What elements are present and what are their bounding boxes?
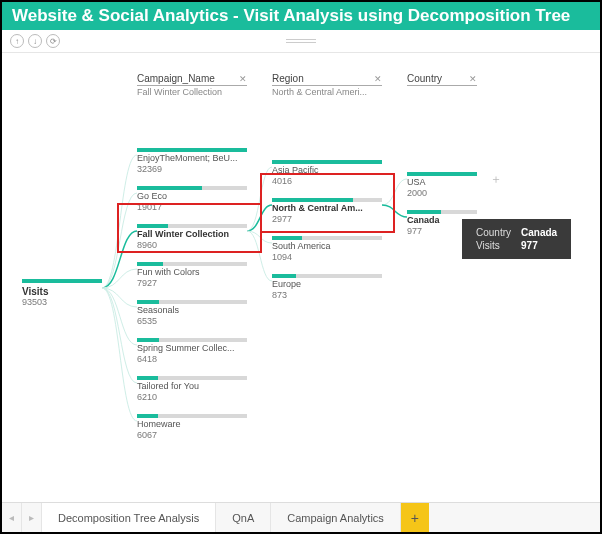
node-value: 6067 — [137, 430, 247, 440]
bar-fill — [272, 198, 353, 202]
bar-track — [137, 414, 247, 418]
tooltip-val: Canada — [517, 227, 561, 238]
node-label: South America — [272, 242, 382, 252]
drag-handle[interactable] — [286, 39, 316, 43]
node-value: 8960 — [137, 240, 247, 250]
node-value: 6210 — [137, 392, 247, 402]
bar-fill — [137, 148, 247, 152]
bar-fill — [407, 172, 477, 176]
tree-node[interactable]: Seasonals6535 — [137, 300, 247, 326]
tab-decomposition[interactable]: Decomposition Tree Analysis — [42, 503, 216, 532]
tree-node[interactable]: USA2000 — [407, 172, 477, 198]
bar-fill — [137, 414, 158, 418]
tab-prev-button[interactable]: ◂ — [2, 503, 22, 532]
bar-track — [272, 198, 382, 202]
node-value: 19017 — [137, 202, 247, 212]
node-value: 6535 — [137, 316, 247, 326]
tooltip-key: Country — [472, 227, 515, 238]
tree-node[interactable]: South America1094 — [272, 236, 382, 262]
tab-next-button[interactable]: ▸ — [22, 503, 42, 532]
node-value: 873 — [272, 290, 382, 300]
close-icon[interactable]: ✕ — [374, 74, 382, 84]
bar-track — [137, 262, 247, 266]
toolbar: ↑ ↓ ⟳ — [2, 30, 600, 53]
column-header-region[interactable]: Region✕ North & Central Ameri... — [272, 73, 382, 97]
root-label: Visits — [22, 286, 102, 297]
close-icon[interactable]: ✕ — [469, 74, 477, 84]
node-value: 7927 — [137, 278, 247, 288]
tab-campaign-analytics[interactable]: Campaign Analytics — [271, 503, 401, 532]
tooltip-val: 977 — [517, 240, 561, 251]
node-label: Europe — [272, 280, 382, 290]
node-label: EnjoyTheMoment; BeU... — [137, 154, 247, 164]
bar-track — [137, 300, 247, 304]
node-value: 32369 — [137, 164, 247, 174]
bar-fill — [137, 376, 158, 380]
bar-fill — [272, 160, 382, 164]
node-label: Fun with Colors — [137, 268, 247, 278]
tree-node[interactable]: North & Central Am...2977 — [272, 198, 382, 224]
bar-track — [137, 224, 247, 228]
node-label: Homeware — [137, 420, 247, 430]
node-label: USA — [407, 178, 477, 188]
node-value: 4016 — [272, 176, 382, 186]
down-arrow-icon[interactable]: ↓ — [28, 34, 42, 48]
node-label: Spring Summer Collec... — [137, 344, 247, 354]
node-label: Go Eco — [137, 192, 247, 202]
page-title: Website & Social Analytics - Visit Analy… — [2, 2, 600, 30]
bar-track — [407, 210, 477, 214]
bar-track — [137, 148, 247, 152]
node-label: Seasonals — [137, 306, 247, 316]
tree-node[interactable]: Homeware6067 — [137, 414, 247, 440]
tree-node[interactable]: Fun with Colors7927 — [137, 262, 247, 288]
bar-track — [137, 186, 247, 190]
column-label: Region — [272, 73, 304, 84]
bar-fill — [137, 300, 159, 304]
decomposition-canvas: Campaign_Name✕ Fall Winter Collection Re… — [2, 53, 600, 483]
connector-lines — [2, 53, 600, 483]
node-label: Tailored for You — [137, 382, 247, 392]
tree-node[interactable]: Fall Winter Collection8960 — [137, 224, 247, 250]
column-header-country[interactable]: Country✕ — [407, 73, 477, 86]
root-node[interactable]: Visits 93503 — [22, 279, 102, 307]
refresh-icon[interactable]: ⟳ — [46, 34, 60, 48]
bar-track — [272, 160, 382, 164]
node-label: Fall Winter Collection — [137, 230, 247, 240]
tree-node[interactable]: Europe873 — [272, 274, 382, 300]
tree-node[interactable]: Asia Pacific4016 — [272, 160, 382, 186]
tree-node[interactable]: Go Eco19017 — [137, 186, 247, 212]
bar-fill — [137, 262, 163, 266]
node-value: 6418 — [137, 354, 247, 364]
tree-node[interactable]: Tailored for You6210 — [137, 376, 247, 402]
bar-track — [272, 236, 382, 240]
node-label: North & Central Am... — [272, 204, 382, 214]
tab-add-button[interactable]: + — [401, 503, 429, 532]
bar-track — [272, 274, 382, 278]
node-value: 2977 — [272, 214, 382, 224]
tree-node[interactable]: EnjoyTheMoment; BeU...32369 — [137, 148, 247, 174]
bar-fill — [407, 210, 441, 214]
tab-qna[interactable]: QnA — [216, 503, 271, 532]
bar-fill — [137, 224, 168, 228]
root-value: 93503 — [22, 297, 102, 307]
close-icon[interactable]: ✕ — [239, 74, 247, 84]
up-arrow-icon[interactable]: ↑ — [10, 34, 24, 48]
plus-icon[interactable]: ＋ — [490, 171, 502, 188]
bar-fill — [272, 274, 296, 278]
column-sub: North & Central Ameri... — [272, 87, 382, 97]
bar-track — [407, 172, 477, 176]
tooltip-key: Visits — [472, 240, 515, 251]
tree-node[interactable]: Spring Summer Collec...6418 — [137, 338, 247, 364]
column-header-campaign[interactable]: Campaign_Name✕ Fall Winter Collection — [137, 73, 247, 97]
tab-strip: ◂ ▸ Decomposition Tree Analysis QnA Camp… — [2, 502, 600, 532]
column-sub: Fall Winter Collection — [137, 87, 247, 97]
column-label: Country — [407, 73, 442, 84]
bar-track — [137, 338, 247, 342]
bar-fill — [272, 236, 302, 240]
column-label: Campaign_Name — [137, 73, 215, 84]
node-value: 1094 — [272, 252, 382, 262]
root-bar — [22, 279, 102, 283]
node-label: Asia Pacific — [272, 166, 382, 176]
tooltip: CountryCanada Visits977 — [462, 219, 571, 259]
bar-track — [137, 376, 247, 380]
